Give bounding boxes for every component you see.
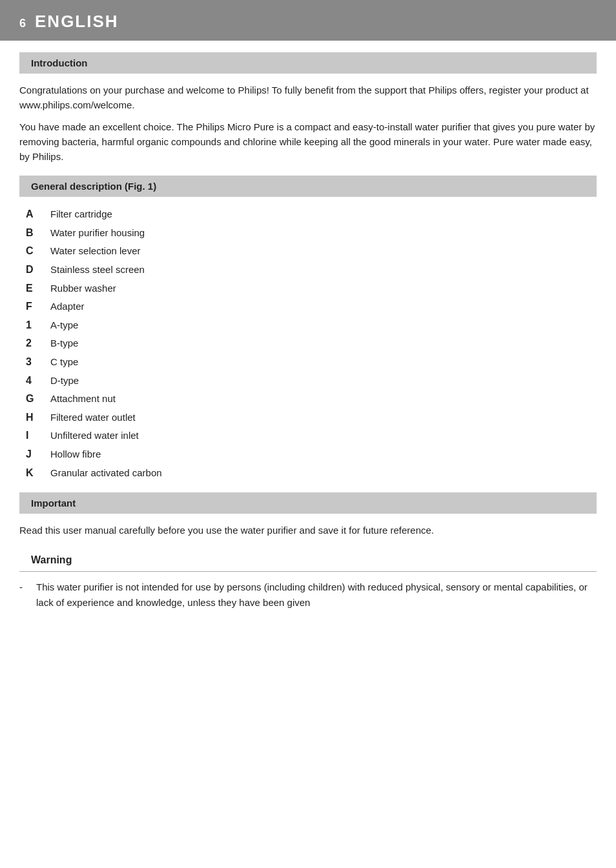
list-item: IUnfiltered water inlet	[26, 427, 597, 444]
list-item: 4D-type	[26, 372, 597, 389]
list-item: AFilter cartridge	[26, 206, 597, 223]
list-item: BWater purifier housing	[26, 225, 597, 241]
list-item: 2B-type	[26, 335, 597, 352]
desc-value: Hollow fibre	[50, 447, 101, 462]
desc-value: Stainless steel screen	[50, 262, 145, 278]
desc-key: E	[26, 280, 44, 297]
list-item: KGranular activated carbon	[26, 465, 597, 481]
description-list: AFilter cartridgeBWater purifier housing…	[26, 206, 597, 481]
list-item: CWater selection lever	[26, 243, 597, 259]
desc-key: 3	[26, 354, 44, 370]
warning-header: Warning	[19, 549, 597, 572]
desc-key: I	[26, 427, 44, 444]
main-content: Introduction Congratulations on your pur…	[0, 52, 616, 610]
list-item: FAdapter	[26, 298, 597, 315]
desc-value: Water purifier housing	[50, 225, 145, 241]
intro-paragraph-2: You have made an excellent choice. The P…	[19, 119, 597, 165]
desc-key: K	[26, 465, 44, 481]
important-text: Read this user manual carefully before y…	[19, 523, 597, 538]
list-item: 1A-type	[26, 317, 597, 334]
desc-key: D	[26, 261, 44, 278]
desc-value: Filtered water outlet	[50, 410, 136, 425]
desc-value: Unfiltered water inlet	[50, 428, 139, 443]
page-title: ENGLISH	[35, 12, 119, 32]
introduction-section-header: Introduction	[19, 52, 597, 74]
header-bar: 6 ENGLISH	[0, 0, 616, 41]
list-item: GAttachment nut	[26, 390, 597, 407]
list-item: ERubber washer	[26, 280, 597, 297]
desc-value: B-type	[50, 336, 78, 351]
page: 6 ENGLISH Introduction Congratulations o…	[0, 0, 616, 868]
desc-value: A-type	[50, 318, 78, 333]
desc-key: C	[26, 243, 44, 259]
list-item: -This water purifier is not intended for…	[19, 580, 597, 610]
warning-list: -This water purifier is not intended for…	[19, 580, 597, 610]
desc-key: 1	[26, 317, 44, 334]
list-item: JHollow fibre	[26, 446, 597, 463]
desc-value: Water selection lever	[50, 243, 141, 259]
warning-label: Warning	[31, 554, 72, 565]
general-description-section-header: General description (Fig. 1)	[19, 176, 597, 197]
list-item: DStainless steel screen	[26, 261, 597, 278]
desc-key: 4	[26, 372, 44, 389]
desc-value: C type	[50, 354, 78, 370]
desc-value: D-type	[50, 373, 79, 389]
list-item: HFiltered water outlet	[26, 409, 597, 426]
warning-dash: -	[19, 580, 31, 594]
page-number: 6	[19, 17, 26, 30]
desc-value: Granular activated carbon	[50, 465, 162, 481]
important-section-header: Important	[19, 492, 597, 514]
desc-key: G	[26, 390, 44, 407]
desc-key: B	[26, 225, 44, 241]
warning-text: This water purifier is not intended for …	[36, 580, 597, 610]
desc-key: F	[26, 298, 44, 315]
desc-value: Filter cartridge	[50, 207, 112, 222]
desc-value: Attachment nut	[50, 391, 116, 407]
desc-value: Rubber washer	[50, 281, 116, 296]
intro-paragraph-1: Congratulations on your purchase and wel…	[19, 83, 597, 113]
desc-key: 2	[26, 335, 44, 352]
desc-key: A	[26, 206, 44, 223]
desc-key: H	[26, 409, 44, 426]
introduction-label: Introduction	[31, 57, 87, 68]
list-item: 3C type	[26, 354, 597, 370]
important-label: Important	[31, 498, 76, 509]
general-description-label: General description (Fig. 1)	[31, 181, 156, 192]
desc-key: J	[26, 446, 44, 463]
desc-value: Adapter	[50, 299, 85, 314]
